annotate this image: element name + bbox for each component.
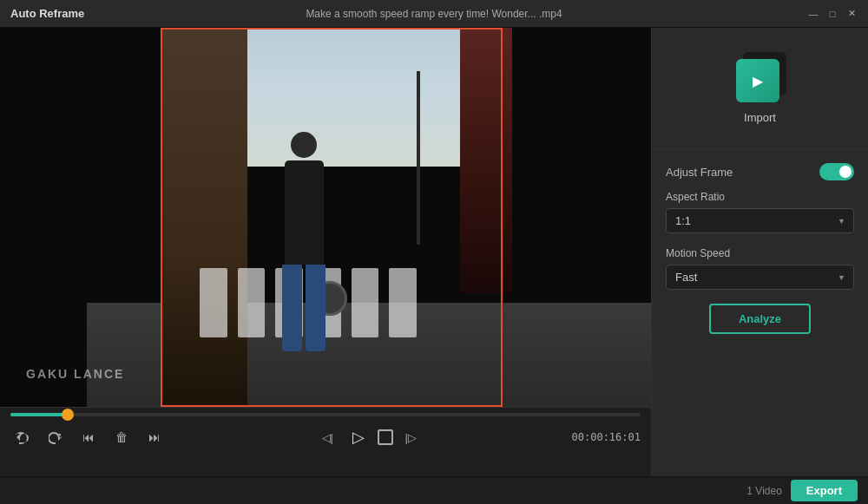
- video-canvas: GAKU LANCE: [0, 28, 651, 407]
- progress-bar[interactable]: [10, 413, 641, 416]
- aspect-ratio-select[interactable]: 9:16 1:1 4:3 16:9 Custom: [666, 208, 854, 233]
- import-label: Import: [744, 111, 776, 124]
- aspect-ratio-section: Aspect Ratio 9:16 1:1 4:3 16:9 Custom: [666, 191, 854, 233]
- crosswalk-stripe: [238, 268, 266, 337]
- controls-row: ⏮ 🗑 ⏭ ◁| ▷ |▷ 00:00:16:01: [10, 423, 641, 451]
- delete-button[interactable]: 🗑: [109, 425, 134, 449]
- footer: 1 Video Export: [0, 476, 868, 504]
- watermark: GAKU LANCE: [26, 367, 124, 381]
- building-left: [161, 28, 247, 407]
- time-display: 00:00:16:01: [572, 431, 641, 443]
- prev-frame-button[interactable]: ◁|: [315, 425, 339, 449]
- next-frame-button[interactable]: |▷: [398, 425, 423, 449]
- export-button[interactable]: Export: [791, 480, 858, 501]
- person-silhouette: [269, 132, 339, 357]
- title-bar: Auto Reframe Make a smooth speed ramp ev…: [0, 0, 868, 28]
- file-title: Make a smooth speed ramp every time! Won…: [306, 8, 562, 20]
- stop-button[interactable]: [378, 429, 393, 445]
- redo-icon: [49, 430, 62, 444]
- right-panel: ✓ ▶ Import Adjust Frame Aspect Ratio 9:1: [651, 28, 868, 476]
- adjust-frame-toggle[interactable]: [819, 163, 854, 180]
- analyze-button[interactable]: Analyze: [709, 304, 811, 334]
- person-head: [291, 132, 317, 158]
- close-button[interactable]: ✕: [845, 8, 858, 20]
- import-icon-front: ▶: [736, 59, 779, 102]
- window-controls: — □ ✕: [807, 8, 858, 20]
- minimize-button[interactable]: —: [807, 8, 819, 20]
- adjust-frame-label: Adjust Frame: [666, 166, 733, 179]
- main-content: GAKU LANCE ⏮: [0, 28, 868, 476]
- person-leg-right: [306, 265, 326, 351]
- app-title: Auto Reframe: [10, 7, 84, 20]
- play-button[interactable]: ▷: [345, 423, 372, 451]
- motion-speed-wrapper: Slow Normal Fast: [666, 265, 854, 290]
- arrow-icon: ▶: [753, 73, 763, 89]
- settings-area: Adjust Frame Aspect Ratio 9:16 1:1 4:3 1…: [652, 149, 868, 476]
- person-leg-left: [282, 265, 302, 351]
- building-right: [460, 28, 512, 293]
- skip-forward-button[interactable]: ⏭: [142, 425, 167, 449]
- aspect-ratio-wrapper: 9:16 1:1 4:3 16:9 Custom: [666, 208, 854, 233]
- maximize-button[interactable]: □: [826, 8, 838, 20]
- progress-handle[interactable]: [62, 409, 74, 421]
- playback-controls: ◁| ▷ |▷: [175, 423, 563, 451]
- crosswalk-stripe: [352, 268, 379, 337]
- person-body: [285, 160, 324, 265]
- motion-speed-label: Motion Speed: [666, 247, 854, 259]
- aspect-ratio-label: Aspect Ratio: [666, 191, 854, 203]
- motion-speed-section: Motion Speed Slow Normal Fast: [666, 247, 854, 290]
- undo-button[interactable]: [10, 425, 35, 449]
- undo-icon: [16, 430, 30, 444]
- motion-speed-select[interactable]: Slow Normal Fast: [666, 265, 854, 290]
- import-icon-wrap: ✓ ▶: [736, 52, 785, 101]
- crosswalk-stripe: [200, 268, 227, 337]
- skip-back-button[interactable]: ⏮: [76, 425, 101, 449]
- adjust-frame-row: Adjust Frame: [666, 163, 854, 180]
- bottom-controls: ⏮ 🗑 ⏭ ◁| ▷ |▷ 00:00:16:01: [0, 407, 651, 476]
- video-area: GAKU LANCE ⏮: [0, 28, 651, 476]
- redo-button[interactable]: [43, 425, 68, 449]
- progress-fill: [10, 413, 67, 416]
- crosswalk-stripe: [389, 268, 417, 337]
- person-legs: [282, 265, 326, 351]
- street-light: [417, 71, 420, 245]
- video-count: 1 Video: [746, 485, 781, 497]
- import-area[interactable]: ✓ ▶ Import: [652, 28, 868, 149]
